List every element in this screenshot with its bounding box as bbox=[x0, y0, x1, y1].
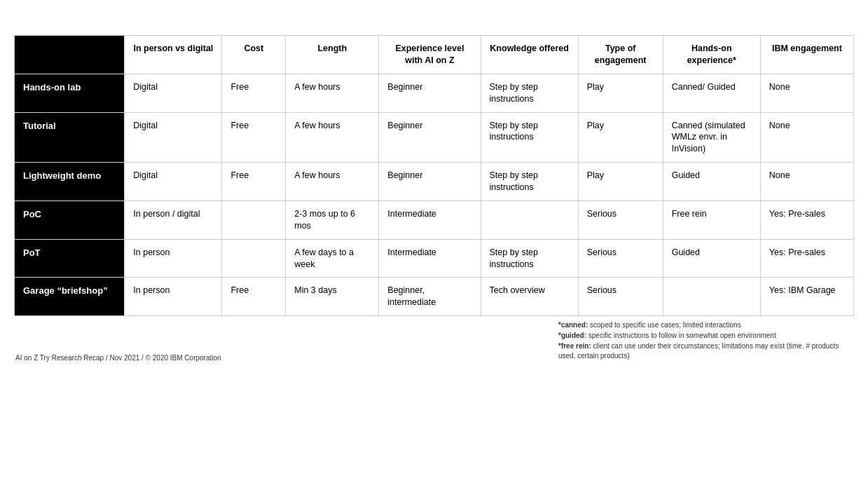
footer-note: *free rein: client can use under their c… bbox=[558, 341, 853, 361]
table-header-4: Experience level with AI on Z bbox=[379, 36, 481, 74]
row-label-5: Garage “briefshop” bbox=[15, 278, 125, 316]
table-row: PoCIn person / digital2-3 mos up to 6 mo… bbox=[15, 200, 854, 239]
table-row: TutorialDigitalFreeA few hoursBeginnerSt… bbox=[15, 112, 854, 163]
footer-note: *guided: specific instructions to follow… bbox=[558, 331, 853, 341]
cell-2-7: None bbox=[760, 163, 853, 201]
table-header-row: In person vs digitalCostLengthExperience… bbox=[15, 36, 854, 74]
cell-4-7: Yes: Pre-sales bbox=[760, 239, 853, 278]
cell-0-1: Free bbox=[222, 74, 286, 112]
table-body: Hands-on labDigitalFreeA few hoursBeginn… bbox=[15, 74, 854, 315]
cell-4-4: Step by step instructions bbox=[481, 239, 578, 278]
cell-5-1: Free bbox=[222, 278, 286, 316]
cell-1-0: Digital bbox=[125, 112, 222, 163]
cell-1-2: A few hours bbox=[286, 112, 379, 163]
cell-1-3: Beginner bbox=[379, 112, 481, 163]
footer-note: *canned: scoped to specific use cases; l… bbox=[558, 320, 853, 330]
row-label-4: PoT bbox=[15, 239, 125, 278]
cell-3-4 bbox=[481, 200, 578, 239]
table-header-1: In person vs digital bbox=[125, 36, 222, 74]
cell-2-2: A few hours bbox=[286, 163, 379, 201]
cell-1-6: Canned (simulated WMLz envr. in InVision… bbox=[663, 112, 760, 163]
cell-4-2: A few days to a week bbox=[286, 239, 379, 278]
footer-copyright: AI on Z Try Research Recap / Nov 2021 / … bbox=[15, 354, 221, 362]
footer-notes: *canned: scoped to specific use cases; l… bbox=[558, 320, 853, 362]
cell-2-6: Guided bbox=[663, 163, 760, 201]
cell-4-0: In person bbox=[125, 239, 222, 278]
cell-4-1 bbox=[222, 239, 286, 278]
footer: AI on Z Try Research Recap / Nov 2021 / … bbox=[14, 320, 854, 362]
cell-2-3: Beginner bbox=[379, 163, 481, 201]
cell-5-4: Tech overview bbox=[481, 278, 578, 316]
cell-4-3: Intermediate bbox=[379, 239, 481, 278]
table-header-7: Hands-on experience* bbox=[663, 36, 760, 74]
cell-0-4: Step by step instructions bbox=[481, 74, 578, 112]
cell-5-3: Beginner, intermediate bbox=[379, 278, 481, 316]
cell-1-4: Step by step instructions bbox=[481, 112, 578, 163]
cell-0-6: Canned/ Guided bbox=[663, 74, 760, 112]
table-row: PoTIn personA few days to a weekIntermed… bbox=[15, 239, 854, 278]
table-header-5: Knowledge offered bbox=[481, 36, 578, 74]
cell-3-5: Serious bbox=[578, 200, 663, 239]
cell-0-3: Beginner bbox=[379, 74, 481, 112]
cell-5-5: Serious bbox=[578, 278, 663, 316]
cell-5-2: Min 3 days bbox=[286, 278, 379, 316]
cell-1-5: Play bbox=[578, 112, 663, 163]
cell-2-4: Step by step instructions bbox=[481, 163, 578, 201]
cell-1-1: Free bbox=[222, 112, 286, 163]
table-header-2: Cost bbox=[222, 36, 286, 74]
cell-2-0: Digital bbox=[125, 163, 222, 201]
row-label-2: Lightweight demo bbox=[15, 163, 125, 201]
cell-4-6: Guided bbox=[663, 239, 760, 278]
row-label-0: Hands-on lab bbox=[15, 74, 125, 112]
table-header-3: Length bbox=[286, 36, 379, 74]
row-label-1: Tutorial bbox=[15, 112, 125, 163]
table-header-8: IBM engagement bbox=[760, 36, 853, 74]
cell-0-0: Digital bbox=[125, 74, 222, 112]
cell-4-5: Serious bbox=[578, 239, 663, 278]
table-row: Garage “briefshop”In personFreeMin 3 day… bbox=[15, 278, 854, 316]
cell-0-7: None bbox=[760, 74, 853, 112]
row-label-3: PoC bbox=[15, 200, 125, 239]
cell-1-7: None bbox=[760, 112, 853, 163]
cell-5-6 bbox=[663, 278, 760, 316]
table-row: Hands-on labDigitalFreeA few hoursBeginn… bbox=[15, 74, 854, 112]
cell-3-6: Free rein bbox=[663, 200, 760, 239]
cell-2-1: Free bbox=[222, 163, 286, 201]
cell-3-2: 2-3 mos up to 6 mos bbox=[286, 200, 379, 239]
cell-3-7: Yes: Pre-sales bbox=[760, 200, 853, 239]
cell-3-0: In person / digital bbox=[125, 200, 222, 239]
cell-3-3: Intermediate bbox=[379, 200, 481, 239]
cell-2-5: Play bbox=[578, 163, 663, 201]
cell-0-2: A few hours bbox=[286, 74, 379, 112]
table-header-0 bbox=[15, 36, 125, 74]
table-header-6: Type of engagement bbox=[578, 36, 663, 74]
cell-5-0: In person bbox=[125, 278, 222, 316]
table-row: Lightweight demoDigitalFreeA few hoursBe… bbox=[15, 163, 854, 201]
summary-table: In person vs digitalCostLengthExperience… bbox=[14, 35, 854, 316]
cell-3-1 bbox=[222, 200, 286, 239]
cell-5-7: Yes: IBM Garage bbox=[760, 278, 853, 316]
cell-0-5: Play bbox=[578, 74, 663, 112]
